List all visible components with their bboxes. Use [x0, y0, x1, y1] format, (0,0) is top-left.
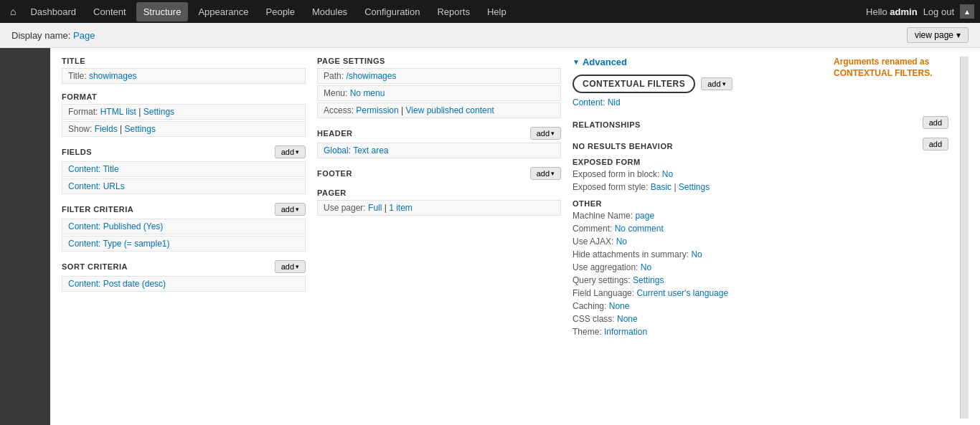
hide-attachments-row: Hide attachments in summary: No	[573, 248, 948, 261]
relationships-add-button[interactable]: add	[923, 116, 948, 129]
fields-add-button[interactable]: add ▾	[275, 145, 306, 158]
header-add-button[interactable]: add ▾	[530, 127, 561, 140]
caching-link[interactable]: None	[609, 301, 630, 311]
exposed-form-block-row: Exposed form in block: No	[573, 168, 948, 181]
nav-people[interactable]: People	[259, 2, 302, 22]
scroll-up-button[interactable]: ▲	[960, 4, 974, 19]
show-link[interactable]: Fields	[95, 124, 118, 134]
path-row: Path: /showimages	[317, 68, 561, 84]
filter-add-button[interactable]: add ▾	[275, 203, 306, 216]
hide-attachments-link[interactable]: No	[691, 249, 702, 259]
nav-modules[interactable]: Modules	[305, 2, 354, 22]
filter-type[interactable]: Content: Type (= sample1)	[62, 236, 306, 252]
show-row: Show: Fields | Settings	[62, 121, 306, 137]
filter-section-header: Filter Criteria	[62, 205, 133, 214]
nav-content[interactable]: Content	[86, 2, 133, 22]
field-content-urls[interactable]: Content: URLs	[62, 178, 306, 194]
format-settings-link[interactable]: Settings	[143, 107, 174, 117]
nav-dashboard[interactable]: Dashboard	[23, 2, 83, 22]
filter-type-link[interactable]: Content: Type (= sample1)	[68, 239, 170, 249]
advanced-header: ▼ Advanced CONTEXTUAL FILTERS add ▾ Co	[573, 57, 732, 109]
sort-section-row: Sort Criteria add ▾	[62, 260, 306, 273]
field-urls-link[interactable]: Content: URLs	[68, 181, 125, 191]
page-link[interactable]: Page	[73, 30, 95, 41]
advanced-top-row: ▼ Advanced CONTEXTUAL FILTERS add ▾ Co	[573, 57, 948, 109]
no-results-section-row: No Results Behavior add	[573, 136, 948, 152]
exposed-form-settings-link[interactable]: Settings	[679, 182, 710, 192]
exposed-form-basic-link[interactable]: Basic	[651, 182, 672, 192]
query-settings-link[interactable]: Settings	[633, 275, 664, 285]
footer-section-row: Footer add ▾	[317, 167, 561, 180]
nav-structure[interactable]: Structure	[136, 2, 189, 22]
comment-link[interactable]: No comment	[615, 224, 664, 234]
sort-post-date-link[interactable]: Content: Post date (desc)	[68, 279, 166, 289]
nav-configuration[interactable]: Configuration	[357, 2, 427, 22]
header-value-row[interactable]: Global: Text area	[317, 143, 561, 158]
access-permission-link[interactable]: Permission	[356, 105, 398, 115]
header-global-text-link[interactable]: Global: Text area	[324, 145, 389, 156]
exposed-form-header: Exposed Form	[573, 158, 948, 166]
nav-help[interactable]: Help	[480, 2, 514, 22]
content-nid-row: Content: Nid	[573, 96, 732, 109]
footer-section-header: Footer	[317, 169, 352, 178]
format-link[interactable]: HTML list	[100, 107, 136, 117]
menu-link[interactable]: No menu	[350, 88, 385, 98]
pager-item-link[interactable]: 1 item	[389, 203, 413, 213]
contextual-add-button[interactable]: add ▾	[701, 77, 732, 90]
nav-right: Hello admin Log out ▲	[866, 4, 974, 19]
fields-add-arrow-icon: ▾	[296, 148, 299, 156]
right-scrollbar[interactable]	[960, 57, 969, 419]
exposed-form-block-link[interactable]: No	[662, 169, 673, 179]
view-published-link[interactable]: View published content	[406, 105, 494, 115]
pager-full-link[interactable]: Full	[368, 203, 382, 213]
exposed-form-style-row: Exposed form style: Basic | Settings	[573, 181, 948, 194]
sort-post-date[interactable]: Content: Post date (desc)	[62, 276, 306, 292]
theme-row: Theme: Information	[573, 325, 948, 338]
field-content-title[interactable]: Content: Title	[62, 161, 306, 177]
other-section-header: Other	[573, 199, 948, 208]
logout-link[interactable]: Log out	[923, 6, 954, 17]
filter-published[interactable]: Content: Published (Yes)	[62, 219, 306, 234]
sort-section-header: Sort Criteria	[62, 262, 128, 271]
advanced-toggle[interactable]: ▼ Advanced	[573, 57, 732, 67]
format-section-header: Format	[62, 92, 306, 101]
home-icon[interactable]: ⌂	[6, 6, 20, 17]
field-language-link[interactable]: Current user's language	[636, 288, 728, 298]
content-nid-link[interactable]: Content: Nid	[573, 97, 621, 108]
query-settings-row: Query settings: Settings	[573, 274, 948, 287]
relationships-section-row: Relationships add	[573, 115, 948, 130]
title-value-row: Title: showimages	[62, 68, 306, 84]
no-results-header: No Results Behavior	[573, 142, 673, 151]
path-label: Path:	[324, 71, 344, 81]
no-results-add-button[interactable]: add	[923, 138, 948, 151]
view-page-button[interactable]: view page ▾	[907, 27, 969, 43]
sort-add-button[interactable]: add ▾	[275, 260, 306, 273]
column-3-advanced: ▼ Advanced CONTEXTUAL FILTERS add ▾ Co	[573, 57, 948, 419]
column-1: Title Title: showimages Format Format: H…	[62, 57, 306, 419]
args-renamed-text: Arguments renamed as CONTEXTUAL FILTERS.	[834, 57, 948, 79]
main-layout: Title Title: showimages Format Format: H…	[0, 48, 980, 425]
filter-published-link[interactable]: Content: Published (Yes)	[68, 221, 163, 231]
hello-label: Hello admin	[866, 6, 918, 17]
footer-add-arrow-icon: ▾	[551, 170, 555, 177]
theme-link[interactable]: Information	[604, 327, 647, 337]
machine-name-link[interactable]: page	[635, 211, 654, 221]
nav-appearance[interactable]: Appearance	[191, 2, 255, 22]
use-aggregation-link[interactable]: No	[641, 262, 651, 272]
menu-row: Menu: No menu	[317, 85, 561, 101]
show-label: Show:	[68, 124, 92, 134]
show-settings-link[interactable]: Settings	[125, 124, 156, 134]
dropdown-arrow-icon: ▾	[956, 30, 961, 40]
relationships-header: Relationships	[573, 120, 641, 129]
path-link[interactable]: /showimages	[346, 71, 396, 81]
title-link[interactable]: showimages	[89, 71, 137, 81]
content-area: Title Title: showimages Format Format: H…	[50, 48, 980, 425]
nav-reports[interactable]: Reports	[430, 2, 477, 22]
use-ajax-link[interactable]: No	[616, 237, 627, 247]
use-ajax-row: Use AJAX: No	[573, 235, 948, 248]
format-row: Format: HTML list | Settings	[62, 104, 306, 120]
footer-add-button[interactable]: add ▾	[530, 167, 561, 180]
css-class-link[interactable]: None	[617, 314, 638, 324]
field-title-link[interactable]: Content: Title	[68, 164, 119, 174]
advanced-label: Advanced	[583, 57, 627, 67]
